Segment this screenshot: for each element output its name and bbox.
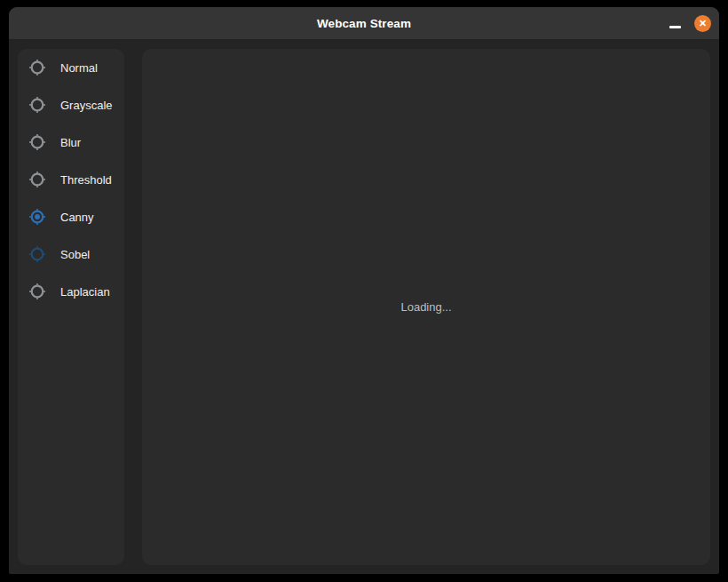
close-button[interactable]: ✕ [694, 15, 711, 32]
radio-icon [29, 134, 45, 150]
video-stream-panel: Loading... [142, 49, 710, 565]
app-window: Webcam Stream ✕ Norm [9, 7, 719, 574]
filter-option-threshold[interactable]: Threshold [18, 161, 124, 198]
radio-icon [29, 283, 45, 299]
filter-option-label: Blur [60, 136, 81, 149]
radio-icon [29, 246, 45, 262]
loading-status-text: Loading... [400, 300, 451, 314]
radio-icon [29, 60, 45, 76]
radio-icon [29, 97, 45, 113]
radio-icon [29, 171, 45, 187]
window-content: Normal Grayscale [9, 40, 719, 574]
radio-icon-selected [29, 209, 45, 225]
filter-option-laplacian[interactable]: Laplacian [18, 273, 124, 310]
titlebar[interactable]: Webcam Stream ✕ [9, 7, 719, 40]
filter-option-label: Normal [60, 61, 98, 75]
minimize-button[interactable] [664, 7, 685, 40]
filter-option-normal[interactable]: Normal [18, 49, 124, 86]
filter-option-sobel[interactable]: Sobel [18, 235, 124, 273]
filter-option-blur[interactable]: Blur [18, 124, 124, 161]
window-title: Webcam Stream [317, 17, 411, 30]
minimize-icon [669, 26, 681, 28]
close-icon: ✕ [699, 19, 707, 28]
filter-option-label: Sobel [60, 248, 90, 261]
filter-option-label: Laplacian [60, 285, 110, 299]
filter-option-label: Canny [60, 211, 94, 224]
filter-option-label: Threshold [60, 173, 112, 187]
filter-sidebar: Normal Grayscale [18, 49, 124, 565]
filter-option-label: Grayscale [60, 99, 113, 112]
filter-option-grayscale[interactable]: Grayscale [18, 86, 124, 124]
filter-option-canny[interactable]: Canny [18, 198, 124, 235]
